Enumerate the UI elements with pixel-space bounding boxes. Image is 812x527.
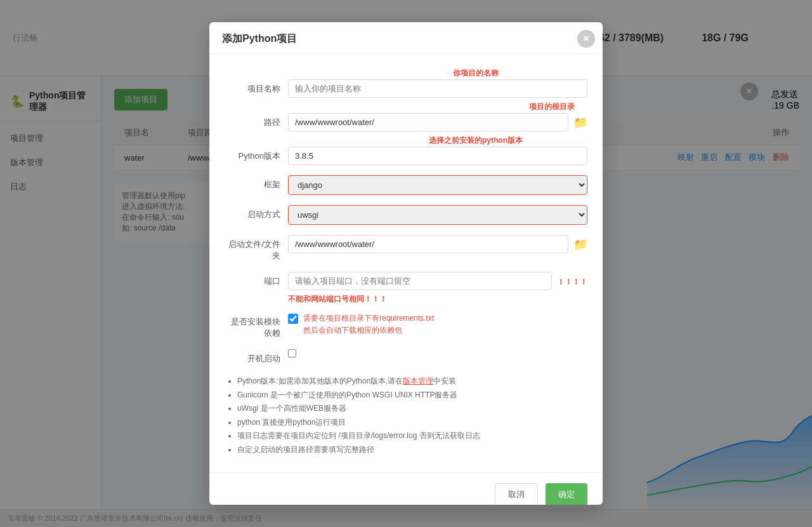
form-row-startup-file: 启动文件/文件夹 📁 — [225, 235, 587, 262]
cancel-button[interactable]: 取消 — [495, 483, 538, 505]
path-input-wrap: 📁 — [288, 113, 587, 131]
startup-mode-select[interactable]: uwsgi gunicorn python — [288, 205, 587, 225]
label-path: 路径 — [225, 113, 288, 128]
framework-select[interactable]: django flask tornado bottle python — [288, 175, 587, 195]
port-hint: ！！！！ — [557, 272, 587, 288]
install-deps-checkbox[interactable] — [288, 314, 298, 324]
modal-footer: 取消 确定 — [209, 472, 603, 505]
label-startup-file: 启动文件/文件夹 — [225, 235, 288, 262]
form-row-python-version: 选择之前安装的python版本 Python版本 — [225, 147, 587, 165]
port-input[interactable] — [288, 272, 552, 290]
auto-start-checkbox[interactable] — [288, 349, 296, 357]
info-item-2: uWsgi 是一个高性能WEB服务器 — [237, 402, 587, 416]
info-item-3: python 直接使用python运行项目 — [237, 416, 587, 430]
install-deps-wrap: 需要在项目根目录下有requirements.txt 然后会自动下载相应的依赖包 — [288, 312, 434, 337]
python-version-hint: 选择之前安装的python版本 — [294, 135, 603, 146]
label-python-version: Python版本 — [225, 147, 288, 162]
startup-file-wrap: 📁 — [288, 235, 587, 253]
form-row-path: 项目的根目录 路径 📁 — [225, 113, 587, 131]
install-hint-1: 需要在项目根目录下有requirements.txt — [303, 312, 434, 324]
path-input[interactable] — [288, 113, 568, 131]
label-framework: 框架 — [225, 175, 288, 190]
label-project-name: 项目名称 — [225, 79, 288, 95]
modal-dialog: 添加Python项目 × 你项目的名称 项目名称 项目的根目录 路径 — [209, 22, 603, 505]
label-startup-mode: 启动方式 — [225, 205, 288, 220]
close-icon: × — [583, 33, 589, 44]
confirm-button[interactable]: 确定 — [546, 483, 587, 505]
info-item-0: Python版本:如需添加其他版本的Python版本,请在版本管理中安装 — [237, 375, 587, 389]
project-name-hint: 你项目的名称 — [294, 68, 603, 79]
info-list: Python版本:如需添加其他版本的Python版本,请在版本管理中安装 Gun… — [225, 375, 587, 457]
version-mgmt-link[interactable]: 版本管理 — [403, 377, 433, 385]
startup-file-input[interactable] — [288, 235, 568, 253]
form-row-startup-mode: 启动方式 uwsgi gunicorn python — [225, 205, 587, 225]
modal-close-button[interactable]: × — [577, 30, 595, 48]
label-install-deps: 是否安装模块依赖 — [225, 312, 288, 339]
form-row-project-name: 你项目的名称 项目名称 — [225, 79, 587, 98]
install-hint-2: 然后会自动下载相应的依赖包 — [303, 324, 434, 337]
info-item-4: 项目日志需要在项目内定位到 /项目目录/logs/error.log 否则无法获… — [237, 429, 587, 443]
python-version-input[interactable] — [288, 147, 587, 165]
label-port: 端口 — [225, 272, 288, 287]
info-item-5: 自定义启动的项目路径需要填写完整路径 — [237, 443, 587, 457]
label-auto-start: 开机启动 — [225, 349, 288, 364]
install-deps-hint: 需要在项目根目录下有requirements.txt 然后会自动下载相应的依赖包 — [303, 312, 434, 337]
info-item-1: Gunicorn 是一个被广泛使用的的Python WSGI UNIX HTTP… — [237, 389, 587, 403]
modal-title: 添加Python项目 — [209, 22, 603, 54]
port-warning: 不能和网站端口号相同！！！ — [288, 294, 587, 305]
modal-overlay: 添加Python项目 × 你项目的名称 项目名称 项目的根目录 路径 — [0, 0, 812, 527]
form-row-install-deps: 是否安装模块依赖 需要在项目根目录下有requirements.txt 然后会自… — [225, 312, 587, 339]
modal-body: 你项目的名称 项目名称 项目的根目录 路径 📁 选择之前安装的pyth — [209, 54, 603, 472]
path-hint: 项目的根目录 — [294, 102, 575, 112]
form-row-framework: 框架 django flask tornado bottle python — [225, 175, 587, 195]
path-folder-icon[interactable]: 📁 — [573, 116, 587, 130]
form-row-auto-start: 开机启动 — [225, 349, 587, 364]
startup-folder-icon[interactable]: 📁 — [573, 237, 587, 251]
form-row-port: 端口 ！！！！ — [225, 272, 587, 290]
project-name-input[interactable] — [288, 79, 587, 98]
